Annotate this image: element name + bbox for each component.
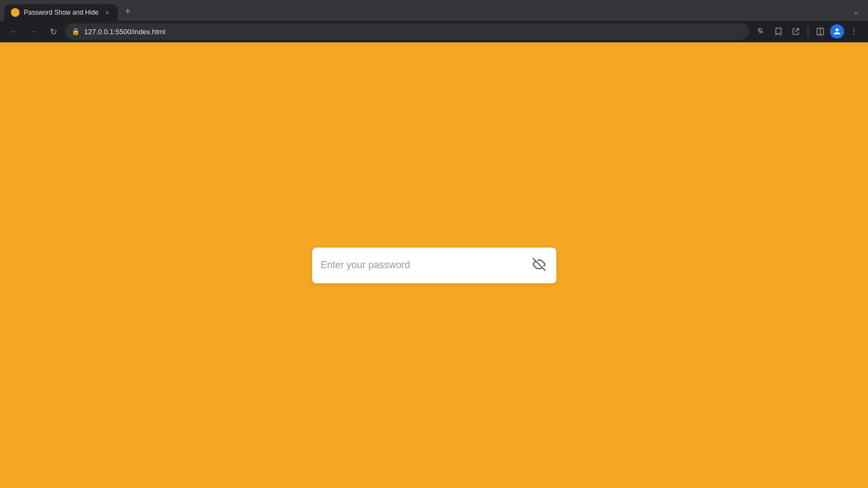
toggle-password-visibility-button[interactable] (530, 256, 548, 275)
tab-bar: Password Show and Hide × + ⌄ (0, 0, 868, 21)
split-screen-button[interactable] (813, 24, 828, 39)
profile-avatar[interactable] (830, 24, 844, 39)
url-display: 127.0.0.1:5500/index.html (84, 28, 743, 36)
tab-bar-right: ⌄ (848, 5, 864, 18)
tab-close-button[interactable]: × (103, 8, 111, 17)
tab-list-button[interactable]: ⌄ (848, 5, 864, 18)
active-tab[interactable]: Password Show and Hide × (4, 4, 118, 21)
extensions-button[interactable] (788, 24, 803, 39)
translate-button[interactable] (753, 24, 769, 39)
svg-point-4 (853, 31, 854, 32)
new-tab-button[interactable]: + (120, 4, 135, 19)
svg-point-5 (853, 34, 854, 35)
browser-chrome: Password Show and Hide × + ⌄ ← → ↻ 🔒 127… (0, 0, 868, 42)
tab-title: Password Show and Hide (24, 9, 98, 16)
address-bar-actions (753, 24, 861, 39)
back-icon: ← (10, 27, 18, 36)
password-input-wrapper (312, 248, 556, 283)
reload-button[interactable]: ↻ (46, 24, 61, 39)
menu-button[interactable] (846, 24, 861, 39)
tab-favicon (11, 8, 20, 17)
svg-point-0 (12, 9, 18, 16)
divider (808, 27, 808, 36)
eye-slash-icon (533, 258, 546, 272)
password-container (312, 248, 556, 283)
svg-point-3 (853, 28, 854, 29)
bookmark-button[interactable] (771, 24, 786, 39)
lock-icon: 🔒 (72, 28, 80, 35)
address-input-wrapper[interactable]: 🔒 127.0.0.1:5500/index.html (65, 23, 749, 40)
page-content (0, 42, 868, 488)
password-input[interactable] (321, 259, 530, 271)
back-button[interactable]: ← (7, 24, 22, 39)
reload-icon: ↻ (50, 27, 57, 37)
forward-icon: → (29, 27, 38, 36)
address-bar: ← → ↻ 🔒 127.0.0.1:5500/index.html (0, 21, 868, 42)
forward-button[interactable]: → (26, 24, 41, 39)
